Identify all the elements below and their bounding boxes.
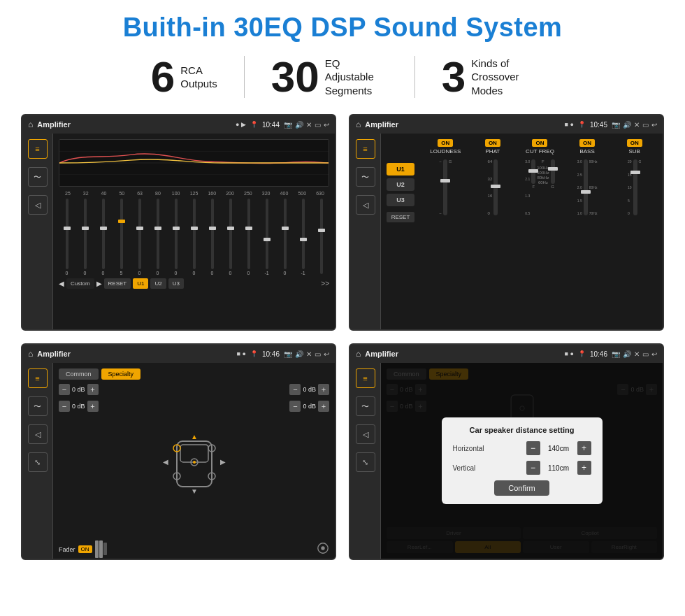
eq-slider-0[interactable]: 0: [59, 199, 75, 275]
vol-plus-3[interactable]: +: [318, 384, 329, 395]
vol-minus-2[interactable]: −: [59, 401, 70, 412]
sidebar-wave-icon-4[interactable]: 〜: [356, 396, 375, 416]
crossover-tabs: Common Specialty: [59, 368, 329, 380]
tab-specialty[interactable]: Specialty: [101, 368, 141, 380]
screen1-topbar-icons: 📷 🔊 ✕ ▭ ↩: [284, 121, 329, 129]
eq-slider-13[interactable]: -1: [295, 199, 311, 275]
u3-button[interactable]: U3: [168, 278, 184, 289]
eq-slider-9[interactable]: 0: [222, 199, 238, 275]
eq-slider-14[interactable]: [313, 199, 329, 275]
vertical-minus[interactable]: −: [526, 461, 540, 475]
sidebar-eq-icon[interactable]: ≡: [28, 139, 48, 159]
sidebar-wave-icon-3[interactable]: 〜: [28, 396, 48, 416]
vol-minus-1[interactable]: −: [59, 384, 70, 395]
eq-slider-10[interactable]: 0: [240, 199, 257, 275]
sidebar-eq-icon-2[interactable]: ≡: [356, 139, 375, 159]
sidebar-speaker-icon-3[interactable]: ◁: [28, 424, 48, 444]
settings-icon[interactable]: [317, 542, 329, 557]
back-icon[interactable]: ↩: [324, 121, 329, 129]
eq-slider-12[interactable]: 0: [277, 199, 293, 275]
reset-button[interactable]: RESET: [104, 278, 131, 289]
eq-slider-3[interactable]: 5: [113, 199, 129, 275]
sidebar-eq-icon-3[interactable]: ≡: [28, 368, 48, 388]
loudness-slider[interactable]: [443, 159, 447, 215]
minimize-icon-3: ▭: [315, 350, 321, 358]
loudness-num-labels2: G: [449, 159, 452, 215]
u2-button[interactable]: U2: [150, 278, 166, 289]
sidebar-wave-icon[interactable]: 〜: [28, 167, 48, 187]
loudness-slider-area: ~~ G: [423, 157, 468, 324]
vol-minus-4[interactable]: −: [289, 401, 301, 412]
vol-val-1: 0 dB: [72, 386, 85, 393]
next-button[interactable]: ▶: [96, 280, 102, 287]
sidebar-speaker-icon-4[interactable]: ◁: [356, 424, 375, 444]
cutfreq-slider-f[interactable]: [531, 159, 535, 184]
horizontal-plus[interactable]: +: [577, 441, 591, 455]
u1-button[interactable]: U1: [133, 278, 148, 289]
eq-slider-7[interactable]: 0: [186, 199, 202, 275]
bass-slider[interactable]: [584, 159, 588, 215]
freq-100: 100: [167, 191, 185, 196]
sidebar-eq-icon-4[interactable]: ≡: [356, 368, 375, 388]
loudness-on[interactable]: ON: [438, 139, 453, 147]
svg-rect-4: [177, 441, 212, 487]
right-vol-controls: − 0 dB + − 0 dB +: [289, 384, 329, 540]
preset-u1[interactable]: U1: [387, 163, 414, 176]
fader-bars: [95, 540, 107, 558]
bass-num-labels2: 90Hz 80Hz 70Hz: [589, 159, 598, 215]
screen-amplifier: ⌂ Amplifier ■ ● 📍 10:45 📷 🔊 ✕ ▭ ↩ ≡ 〜 ◁: [349, 114, 664, 331]
screen2-title: Amplifier: [365, 120, 560, 129]
screen1-time: 10:44: [262, 121, 280, 129]
preset-reset[interactable]: RESET: [387, 212, 414, 222]
eq-slider-4[interactable]: 0: [131, 199, 147, 275]
home-icon[interactable]: ⌂: [28, 120, 33, 129]
vol-minus-3[interactable]: −: [289, 384, 301, 395]
back-icon-2[interactable]: ↩: [651, 121, 657, 129]
vertical-plus[interactable]: +: [577, 461, 591, 475]
eq-slider-8[interactable]: 0: [204, 199, 220, 275]
sub-slider[interactable]: [633, 159, 637, 215]
confirm-button[interactable]: Confirm: [494, 480, 549, 496]
horizontal-controls: − 140cm +: [526, 441, 591, 455]
minimize-icon-2: ▭: [642, 121, 649, 129]
home-icon-2[interactable]: ⌂: [356, 120, 361, 129]
sub-slider-area: 20 15 10 5 0 G: [612, 157, 657, 324]
cutfreq-on[interactable]: ON: [532, 139, 547, 147]
sidebar-wave-icon-2[interactable]: 〜: [356, 167, 375, 187]
phat-slider[interactable]: [493, 159, 498, 215]
eq-slider-5[interactable]: 0: [150, 199, 166, 275]
fader-label: Fader: [59, 546, 75, 553]
bass-on[interactable]: ON: [579, 139, 595, 147]
minimize-icon-4: ▭: [642, 350, 649, 358]
phat-on[interactable]: ON: [485, 139, 500, 147]
preset-u2[interactable]: U2: [387, 178, 414, 191]
sidebar-expand-icon[interactable]: ⤡: [28, 452, 48, 472]
back-icon-3[interactable]: ↩: [324, 350, 329, 358]
preset-u3[interactable]: U3: [387, 194, 414, 206]
sub-on[interactable]: ON: [627, 139, 642, 147]
sidebar-expand-icon-4[interactable]: ⤡: [356, 452, 375, 472]
home-icon-4[interactable]: ⌂: [356, 349, 361, 359]
eq-slider-2[interactable]: 0: [95, 199, 111, 275]
vol-plus-2[interactable]: +: [87, 401, 99, 412]
freq-40: 40: [95, 191, 113, 196]
screen2-time: 10:45: [590, 121, 607, 129]
eq-slider-11[interactable]: -1: [259, 199, 275, 275]
screen2-sidebar: ≡ 〜 ◁: [350, 134, 381, 329]
sidebar-speaker-icon[interactable]: ◁: [28, 195, 48, 215]
home-icon-3[interactable]: ⌂: [28, 349, 33, 359]
horizontal-minus[interactable]: −: [526, 441, 540, 455]
eq-slider-1[interactable]: 0: [77, 199, 93, 275]
vol-plus-1[interactable]: +: [87, 384, 99, 395]
phat-slider-area: 6432160: [470, 157, 516, 324]
tab-common[interactable]: Common: [59, 368, 99, 380]
cutfreq-slider-g[interactable]: [551, 159, 555, 184]
svg-text:▲: ▲: [191, 433, 198, 440]
vol-plus-4[interactable]: +: [318, 401, 329, 412]
prev-button[interactable]: ◀: [59, 280, 64, 287]
sidebar-speaker-icon-2[interactable]: ◁: [356, 195, 375, 215]
expand-arrows[interactable]: >>: [321, 280, 329, 287]
eq-slider-6[interactable]: 0: [168, 199, 184, 275]
svg-point-17: [321, 546, 324, 550]
back-icon-4[interactable]: ↩: [651, 350, 657, 358]
